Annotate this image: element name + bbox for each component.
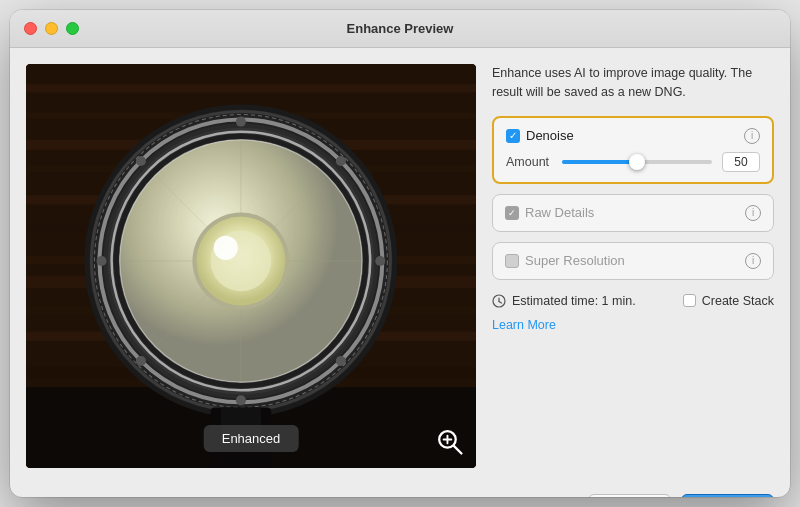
estimated-left: Estimated time: 1 min. [492, 294, 636, 308]
estimated-time-label: Estimated time: 1 min. [512, 294, 636, 308]
create-stack-label: Create Stack [702, 294, 774, 308]
raw-details-checkbox[interactable]: ✓ [505, 206, 519, 220]
super-resolution-label: Super Resolution [525, 253, 625, 268]
svg-point-21 [236, 117, 246, 127]
svg-point-22 [236, 395, 246, 405]
super-resolution-label-row: Super Resolution [505, 253, 625, 268]
slider-fill [562, 160, 637, 164]
super-resolution-checkbox[interactable] [505, 254, 519, 268]
denoise-info-icon[interactable]: i [744, 128, 760, 144]
svg-point-41 [214, 236, 238, 260]
create-stack-row: Create Stack [683, 294, 774, 308]
svg-point-28 [136, 356, 146, 366]
super-resolution-info-icon[interactable]: i [745, 253, 761, 269]
svg-rect-2 [26, 84, 476, 92]
denoise-option-box: ✓ Denoise i Amount 50 [492, 116, 774, 184]
preview-image: Enhanced [26, 64, 476, 468]
bottom-bar: Cancel Enhance [10, 484, 790, 497]
amount-value[interactable]: 50 [722, 152, 760, 172]
close-button[interactable] [24, 22, 37, 35]
check-icon: ✓ [509, 131, 517, 141]
svg-line-47 [454, 446, 462, 454]
raw-details-info-icon[interactable]: i [745, 205, 761, 221]
super-resolution-option-box: Super Resolution i [492, 242, 774, 280]
enhance-button[interactable]: Enhance [681, 494, 774, 497]
denoise-checkbox[interactable]: ✓ [506, 129, 520, 143]
denoise-label-row: ✓ Denoise [506, 128, 574, 143]
description-text: Enhance uses AI to improve image quality… [492, 64, 774, 102]
svg-point-24 [375, 256, 385, 266]
window-title: Enhance Preview [347, 21, 454, 36]
raw-details-label-row: ✓ Raw Details [505, 205, 594, 220]
image-panel: Enhanced [26, 64, 476, 468]
denoise-label: Denoise [526, 128, 574, 143]
amount-slider[interactable] [562, 160, 712, 164]
clock-icon [492, 294, 506, 308]
main-content: Enhanced Enhance uses AI to improve imag… [10, 48, 790, 484]
titlebar: Enhance Preview [10, 10, 790, 48]
estimated-row: Estimated time: 1 min. Create Stack [492, 294, 774, 308]
slider-thumb[interactable] [629, 154, 645, 170]
enhanced-label: Enhanced [204, 425, 299, 452]
raw-details-label: Raw Details [525, 205, 594, 220]
zoom-icon[interactable] [436, 428, 464, 456]
minimize-button[interactable] [45, 22, 58, 35]
denoise-row: ✓ Denoise i [506, 128, 760, 144]
right-panel: Enhance uses AI to improve image quality… [492, 64, 774, 468]
window-controls [24, 22, 79, 35]
raw-details-check-icon: ✓ [508, 208, 516, 218]
svg-line-52 [499, 301, 502, 303]
svg-point-23 [96, 256, 106, 266]
create-stack-checkbox[interactable] [683, 294, 696, 307]
raw-details-option-box: ✓ Raw Details i [492, 194, 774, 232]
svg-point-27 [336, 156, 346, 166]
maximize-button[interactable] [66, 22, 79, 35]
amount-row: Amount 50 [506, 152, 760, 172]
amount-label: Amount [506, 155, 552, 169]
learn-more-link[interactable]: Learn More [492, 318, 774, 332]
cancel-button[interactable]: Cancel [588, 494, 670, 497]
window: Enhance Preview [10, 10, 790, 497]
